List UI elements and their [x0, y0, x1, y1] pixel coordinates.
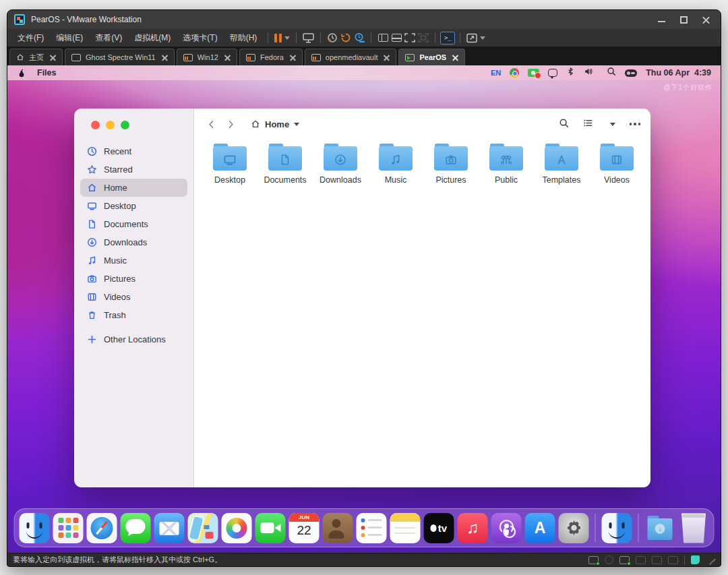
dock-launchpad-icon[interactable]: [53, 513, 84, 543]
more-options-button[interactable]: [630, 123, 641, 125]
sound-device-icon[interactable]: [652, 556, 662, 564]
pause-vm-button[interactable]: [273, 31, 291, 44]
folder-videos[interactable]: Videos: [589, 144, 644, 185]
folder-documents[interactable]: Documents: [257, 144, 313, 185]
menu-help[interactable]: 帮助(H): [224, 30, 264, 46]
bluetooth-icon[interactable]: [566, 67, 575, 79]
dock-messages-icon[interactable]: [121, 513, 151, 543]
manage-snapshots-button[interactable]: [353, 31, 366, 44]
dock-calendar-icon[interactable]: JUN 22: [289, 513, 320, 543]
tab-close-icon[interactable]: [290, 55, 296, 61]
close-window-button[interactable]: [91, 121, 100, 129]
search-button[interactable]: [559, 118, 569, 131]
dock-notes-icon[interactable]: [390, 513, 421, 543]
dock-files-icon[interactable]: [602, 513, 632, 543]
menu-vm[interactable]: 虚拟机(M): [128, 30, 177, 46]
dock-reminders-icon[interactable]: [357, 513, 387, 543]
tab-close-icon[interactable]: [50, 55, 56, 61]
printer-device-icon[interactable]: [636, 556, 646, 564]
list-view-button[interactable]: [583, 118, 593, 131]
control-center-icon[interactable]: [625, 69, 637, 77]
color-wheel-tray-icon[interactable]: [510, 68, 519, 78]
back-button[interactable]: [206, 119, 216, 129]
folder-templates[interactable]: Templates: [534, 144, 589, 185]
tab-close-icon[interactable]: [224, 55, 231, 61]
sidebar-item-recent[interactable]: Recent: [80, 142, 187, 160]
close-button[interactable]: [702, 16, 710, 24]
dock-finder-icon[interactable]: [20, 513, 50, 543]
sidebar-item-desktop[interactable]: Desktop: [80, 197, 187, 215]
folder-desktop[interactable]: Desktop: [202, 144, 257, 185]
view-options-button[interactable]: [610, 123, 615, 126]
sidebar-item-trash[interactable]: Trash: [80, 306, 187, 324]
screen-share-tray-icon[interactable]: [528, 69, 539, 77]
take-snapshot-button[interactable]: [326, 31, 339, 44]
resize-grip[interactable]: [707, 556, 715, 564]
menu-view[interactable]: 查看(V): [89, 30, 128, 46]
usb-device-icon[interactable]: [668, 556, 678, 564]
folder-downloads[interactable]: Downloads: [313, 144, 368, 185]
volume-icon[interactable]: [584, 67, 594, 79]
vmware-titlebar[interactable]: PearOS - VMware Workstation: [7, 10, 721, 29]
sidebar-item-music[interactable]: Music: [80, 251, 187, 270]
dock-photos-icon[interactable]: [222, 513, 252, 543]
dock-trash-icon[interactable]: [679, 513, 709, 543]
message-log-icon[interactable]: [691, 555, 700, 564]
menu-file[interactable]: 文件(F): [11, 30, 50, 46]
menubar-clock[interactable]: Thu 06 Apr 4:39: [646, 68, 711, 78]
tab-pearos[interactable]: PearOS: [398, 49, 465, 65]
folder-pictures[interactable]: Pictures: [423, 144, 479, 185]
revert-snapshot-button[interactable]: [339, 31, 353, 44]
hard-disk-device-icon[interactable]: [588, 556, 599, 564]
forward-button[interactable]: [226, 119, 236, 129]
network-adapter-device-icon[interactable]: [619, 556, 630, 564]
tab-fedora[interactable]: Fedora: [239, 49, 303, 65]
sidebar-item-downloads[interactable]: Downloads: [80, 233, 187, 251]
tab-win12[interactable]: Win12: [177, 49, 237, 65]
input-language-indicator[interactable]: EN: [491, 69, 501, 77]
unity-button[interactable]: [417, 31, 430, 44]
zoom-window-button[interactable]: [121, 121, 129, 129]
fullscreen-button[interactable]: [403, 31, 417, 44]
dock-facetime-icon[interactable]: [255, 513, 286, 543]
dock-downloads-folder-icon[interactable]: ↓: [645, 513, 675, 543]
dock-mail-icon[interactable]: [154, 513, 185, 543]
tab-close-icon[interactable]: [162, 55, 168, 61]
dock-podcasts-icon[interactable]: [491, 513, 522, 543]
dock-safari-icon[interactable]: [87, 513, 117, 543]
sidebar-item-videos[interactable]: Videos: [80, 288, 187, 306]
tab-home[interactable]: 主页: [9, 49, 63, 65]
sidebar-item-starred[interactable]: Starred: [80, 160, 187, 179]
pearos-desktop[interactable]: Files EN Thu 06 Apr 4:39 @下1个好软件: [7, 65, 721, 553]
tab-close-icon[interactable]: [452, 55, 458, 61]
sidebar-item-pictures[interactable]: Pictures: [80, 270, 187, 288]
vm-display[interactable]: Files EN Thu 06 Apr 4:39 @下1个好软件: [7, 65, 721, 553]
show-library-button[interactable]: [376, 31, 390, 44]
dock-maps-icon[interactable]: [188, 513, 218, 543]
folder-music[interactable]: Music: [368, 144, 423, 185]
dock-contacts-icon[interactable]: [323, 513, 353, 543]
folder-public[interactable]: Public: [479, 144, 534, 185]
breadcrumb[interactable]: Home: [251, 119, 299, 129]
dock-music-icon[interactable]: ♫: [458, 513, 488, 543]
menu-tabs[interactable]: 选项卡(T): [177, 30, 223, 46]
sidebar-item-documents[interactable]: Documents: [80, 215, 187, 233]
console-view-button[interactable]: >_: [440, 32, 455, 44]
dock-appstore-icon[interactable]: A: [525, 513, 555, 543]
menu-edit[interactable]: 编辑(E): [50, 30, 89, 46]
pear-menu-icon[interactable]: [17, 68, 26, 78]
maximize-button[interactable]: [680, 16, 688, 24]
show-thumbnail-bar-button[interactable]: [390, 31, 403, 44]
dock-tv-icon[interactable]: tv: [424, 513, 454, 543]
tab-openmediavault[interactable]: openmediavault: [305, 49, 397, 65]
cd-rom-device-icon[interactable]: [605, 555, 613, 564]
active-app-name[interactable]: Files: [37, 68, 57, 78]
chat-tray-icon[interactable]: [548, 69, 557, 77]
tab-close-icon[interactable]: [384, 55, 390, 61]
minimize-window-button[interactable]: [106, 121, 115, 129]
stretch-guest-button[interactable]: [465, 31, 487, 44]
tab-ghost-spectre-win11[interactable]: Ghost Spectre Win11: [65, 49, 175, 65]
dock-settings-icon[interactable]: [559, 513, 589, 543]
sidebar-item-other-locations[interactable]: Other Locations: [80, 330, 187, 349]
search-icon[interactable]: [607, 67, 616, 79]
